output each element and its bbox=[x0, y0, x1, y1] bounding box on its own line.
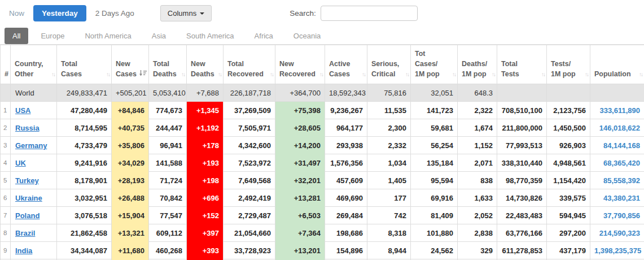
cell-total_tests: 14,730,826 bbox=[497, 189, 547, 207]
cell-rank: 1 bbox=[1, 102, 11, 119]
col-header-total_recovered[interactable]: TotalRecovered↑↓ bbox=[224, 45, 275, 84]
cell-tot_cases_1m: 59,681 bbox=[411, 119, 458, 137]
tab-asia[interactable]: Asia bbox=[144, 28, 174, 44]
population-link[interactable]: 146,018,622 bbox=[599, 124, 640, 132]
col-header-new_cases[interactable]: NewCases bbox=[112, 45, 149, 84]
cell-deaths_1m: 1,674 bbox=[458, 119, 497, 137]
cell-total_deaths: 774,673 bbox=[149, 102, 187, 119]
tab-south-america[interactable]: South America bbox=[178, 28, 242, 44]
cell-new_deaths: +1,192 bbox=[187, 119, 224, 137]
population-link[interactable]: 333,611,890 bbox=[599, 106, 640, 115]
cell-total_cases: 8,178,901 bbox=[57, 172, 112, 189]
tab-all[interactable]: All bbox=[5, 28, 28, 44]
cell-total_recovered: 37,269,509 bbox=[224, 102, 275, 119]
country-link[interactable]: USA bbox=[15, 106, 30, 115]
cell-new_deaths: +393 bbox=[187, 242, 224, 259]
country-link[interactable]: Brazil bbox=[15, 229, 35, 237]
cell-new_cases: +34,029 bbox=[112, 154, 149, 172]
tab-europe[interactable]: Europe bbox=[33, 28, 72, 44]
country-link[interactable]: Germany bbox=[15, 141, 47, 150]
country-row: 4UK9,241,916+34,029141,588+1937,523,972+… bbox=[1, 154, 644, 172]
col-header-total_cases[interactable]: TotalCases↑↓ bbox=[57, 45, 112, 84]
country-row: 7Poland3,076,518+15,90477,547+1522,729,4… bbox=[1, 207, 644, 224]
col-header-tests_1m[interactable]: Tests/1M pop↑↓ bbox=[547, 45, 590, 84]
cell-tot_cases_1m: 101,880 bbox=[411, 224, 458, 242]
cell-country: Turkey bbox=[11, 172, 57, 189]
population-link[interactable]: 84,144,168 bbox=[603, 141, 640, 150]
col-header-population[interactable]: Population↑↓ bbox=[590, 45, 644, 84]
cell-total_deaths: 5,053,410 bbox=[149, 84, 187, 102]
cell-tests_1m: 297,200 bbox=[547, 224, 590, 242]
cell-population: 146,018,622 bbox=[590, 119, 644, 137]
col-header-new_recovered[interactable]: NewRecovered↑↓ bbox=[275, 45, 325, 84]
population-link[interactable]: 214,590,323 bbox=[599, 229, 640, 237]
cell-new_recovered: +13,201 bbox=[275, 242, 325, 259]
cell-total_cases: 249,833,471 bbox=[57, 84, 112, 102]
columns-button-label: Columns bbox=[168, 9, 196, 18]
sort-both-icon: ↑↓ bbox=[218, 71, 221, 79]
sort-both-icon: ↑↓ bbox=[362, 71, 365, 79]
population-link[interactable]: 1,398,235,375 bbox=[594, 246, 641, 255]
country-link[interactable]: Russia bbox=[15, 124, 40, 132]
cell-country: Poland bbox=[11, 207, 57, 224]
cell-tot_cases_1m: 81,409 bbox=[411, 207, 458, 224]
country-link[interactable]: Poland bbox=[15, 211, 40, 220]
table-header-row: #Country,Other↑↓TotalCases↑↓NewCasesTota… bbox=[1, 45, 644, 84]
cell-new_cases: +35,806 bbox=[112, 137, 149, 154]
country-row: 2Russia8,714,595+40,735244,447+1,1927,50… bbox=[1, 119, 644, 137]
population-link[interactable]: 37,790,856 bbox=[603, 211, 640, 220]
cell-deaths_1m: 2,838 bbox=[458, 224, 497, 242]
col-header-active_cases[interactable]: ActiveCases↑↓ bbox=[325, 45, 367, 84]
sort-both-icon: ↑↓ bbox=[492, 71, 495, 79]
cell-total_cases: 34,344,087 bbox=[57, 242, 112, 259]
country-link[interactable]: Ukraine bbox=[15, 194, 42, 202]
col-header-deaths_1m[interactable]: Deaths/1M pop↑↓ bbox=[458, 45, 497, 84]
columns-dropdown-button[interactable]: Columns bbox=[160, 5, 212, 21]
col-header-serious_critical[interactable]: Serious,Critical↑↓ bbox=[367, 45, 411, 84]
population-link[interactable]: 85,558,392 bbox=[603, 176, 640, 185]
time-filter-now[interactable]: Now bbox=[7, 6, 27, 21]
sort-both-icon: ↑↓ bbox=[639, 71, 642, 79]
cell-tot_cases_1m: 95,594 bbox=[411, 172, 458, 189]
search-input[interactable] bbox=[321, 6, 418, 21]
cell-new_recovered: +32,201 bbox=[275, 172, 325, 189]
country-row: 5Turkey8,178,901+28,19371,724+1987,649,5… bbox=[1, 172, 644, 189]
sort-both-icon: ↑↓ bbox=[541, 71, 545, 79]
cell-total_cases: 8,714,595 bbox=[57, 119, 112, 137]
cell-population bbox=[590, 84, 644, 102]
tab-africa[interactable]: Africa bbox=[247, 28, 281, 44]
cell-active_cases: 293,938 bbox=[325, 137, 367, 154]
col-header-total_deaths[interactable]: TotalDeaths↑↓ bbox=[149, 45, 187, 84]
tab-oceania[interactable]: Oceania bbox=[286, 28, 328, 44]
population-link[interactable]: 43,380,231 bbox=[603, 194, 640, 202]
population-link[interactable]: 68,365,420 bbox=[603, 159, 640, 167]
cell-total_tests bbox=[497, 84, 547, 102]
cell-total_deaths: 609,112 bbox=[149, 224, 187, 242]
cell-new_cases: +40,735 bbox=[112, 119, 149, 137]
col-header-country[interactable]: Country,Other↑↓ bbox=[11, 45, 57, 84]
cell-new_deaths: +397 bbox=[187, 224, 224, 242]
cell-total_cases: 3,032,951 bbox=[57, 189, 112, 207]
time-filter-2-days-ago[interactable]: 2 Days Ago bbox=[93, 6, 137, 21]
cell-country: Ukraine bbox=[11, 189, 57, 207]
country-link[interactable]: Turkey bbox=[15, 176, 39, 185]
cell-active_cases: 154,896 bbox=[325, 242, 367, 259]
cell-new_deaths: +7,688 bbox=[187, 84, 224, 102]
cell-new_cases: +13,321 bbox=[112, 224, 149, 242]
cell-deaths_1m: 2,071 bbox=[458, 154, 497, 172]
tab-north-america[interactable]: North America bbox=[77, 28, 139, 44]
cell-new_deaths: +178 bbox=[187, 137, 224, 154]
col-header-tot_cases_1m[interactable]: Tot Cases/1M pop↑↓ bbox=[411, 45, 458, 84]
cell-population: 43,380,231 bbox=[590, 189, 644, 207]
col-header-new_deaths[interactable]: NewDeaths↑↓ bbox=[187, 45, 224, 84]
cell-new_cases: +26,488 bbox=[112, 189, 149, 207]
cell-tests_1m: 2,123,756 bbox=[547, 102, 590, 119]
country-link[interactable]: India bbox=[15, 246, 32, 255]
sort-desc-active-icon bbox=[139, 70, 147, 79]
cell-population: 1,398,235,375 bbox=[590, 242, 644, 259]
time-filter-yesterday[interactable]: Yesterday bbox=[33, 5, 86, 21]
sort-both-icon: ↑↓ bbox=[181, 71, 185, 79]
country-link[interactable]: UK bbox=[15, 159, 26, 167]
col-header-total_tests[interactable]: TotalTests↑↓ bbox=[497, 45, 547, 84]
cell-serious_critical: 1,034 bbox=[367, 154, 411, 172]
